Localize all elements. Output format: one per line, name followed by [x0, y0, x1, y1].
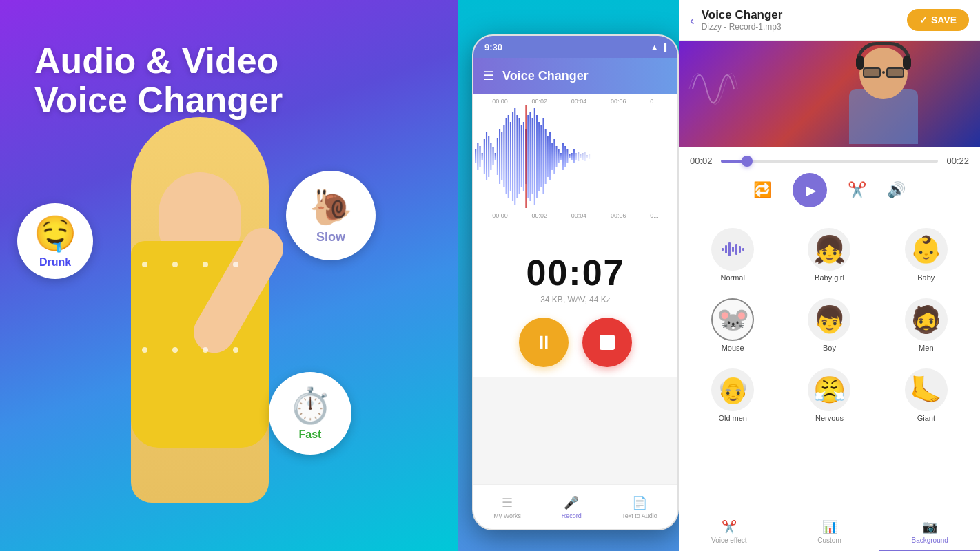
stop-button[interactable]	[582, 318, 632, 367]
progress-bar[interactable]	[721, 160, 938, 163]
svg-rect-50	[584, 152, 586, 161]
custom-tab-label: Custom	[817, 537, 841, 544]
middle-panel: 9:30 ▲ ▐ ☰ Voice Changer 00:00 00:02 00:…	[458, 0, 679, 551]
progress-thumb	[742, 156, 753, 167]
nervous-label: Nervous	[815, 414, 844, 422]
svg-rect-12	[501, 132, 502, 180]
woman-illustration	[69, 103, 331, 551]
svg-rect-26	[532, 118, 533, 194]
title-line1: Audio & Video	[34, 41, 283, 81]
svg-rect-48	[580, 154, 581, 158]
time-current: 00:02	[690, 156, 714, 166]
cut-button[interactable]: ✂️	[848, 181, 866, 199]
svg-rect-25	[529, 112, 531, 201]
phone-app-title: Voice Changer	[502, 69, 589, 83]
svg-rect-17	[512, 112, 513, 201]
svg-rect-43	[569, 154, 570, 158]
svg-rect-5	[486, 132, 487, 180]
svg-rect-2	[479, 146, 480, 167]
nav-text-to-audio[interactable]: 📄 Text to Audio	[622, 495, 657, 519]
tab-background[interactable]: 📷 Background	[879, 512, 980, 551]
waveform-top-labels: 00:00 00:02 00:04 00:06 0...	[473, 94, 677, 105]
svg-rect-45	[573, 149, 575, 163]
normal-icon-circle	[711, 228, 754, 271]
effect-boy[interactable]: 👦 Boy	[784, 293, 875, 357]
nav-my-works[interactable]: ☰ My Works	[493, 495, 521, 519]
svg-rect-44	[571, 153, 573, 160]
svg-rect-16	[510, 122, 511, 191]
text-audio-icon: 📄	[632, 495, 647, 510]
back-button[interactable]: ‹	[690, 12, 695, 28]
men-label: Men	[919, 344, 933, 352]
svg-rect-59	[739, 246, 741, 253]
waveform-svg	[473, 105, 677, 208]
phone-status-bar: 9:30 ▲ ▐	[473, 36, 677, 58]
pause-button[interactable]: ⏸	[519, 318, 569, 367]
slow-badge[interactable]: 🐌 Slow	[286, 171, 376, 260]
svg-rect-58	[735, 244, 737, 255]
svg-rect-37	[555, 146, 557, 167]
svg-rect-35	[551, 143, 553, 170]
fast-label: Fast	[299, 428, 322, 441]
nav-record[interactable]: 🎤 Record	[562, 495, 582, 519]
effect-nervous[interactable]: 😤 Nervous	[784, 363, 875, 428]
slow-icon: 🐌	[309, 187, 352, 227]
svg-rect-7	[490, 143, 491, 170]
menu-icon[interactable]: ☰	[483, 68, 494, 83]
svg-rect-22	[523, 122, 524, 191]
svg-rect-14	[506, 118, 507, 194]
svg-rect-51	[586, 155, 588, 158]
save-button[interactable]: ✓ SAVE	[907, 9, 969, 31]
title-group: Voice Changer Dizzy - Record-1.mp3	[702, 8, 783, 32]
normal-label: Normal	[720, 273, 744, 282]
svg-rect-47	[578, 152, 579, 161]
svg-rect-27	[534, 108, 535, 205]
svg-rect-18	[514, 108, 515, 205]
effect-mouse[interactable]: 🐭 Mouse	[687, 293, 778, 357]
effect-baby[interactable]: 👶 Baby	[881, 222, 972, 287]
svg-rect-11	[499, 129, 500, 184]
svg-rect-10	[497, 138, 498, 175]
svg-rect-39	[560, 153, 562, 160]
fast-badge[interactable]: ⏱️ Fast	[269, 372, 351, 455]
svg-rect-34	[549, 132, 551, 180]
svg-rect-56	[728, 242, 731, 256]
record-icon: 🎤	[564, 495, 579, 510]
play-button[interactable]: ▶	[793, 173, 827, 207]
volume-icon: 🔊	[887, 181, 906, 199]
svg-rect-0	[475, 149, 476, 163]
wifi-icon: ▲	[651, 43, 658, 51]
custom-tab-icon: 📊	[822, 519, 837, 534]
svg-rect-33	[547, 136, 549, 177]
effect-men[interactable]: 🧔 Men	[881, 293, 972, 357]
pause-icon: ⏸	[534, 331, 553, 354]
svg-rect-41	[564, 146, 566, 167]
effect-normal[interactable]: Normal	[687, 222, 778, 287]
effect-baby-girl[interactable]: 👧 Baby girl	[784, 222, 875, 287]
phone-timer-section: 00:07 34 KB, WAV, 44 Kz	[473, 245, 677, 308]
phone-timer: 00:07	[473, 252, 677, 293]
volume-button[interactable]: 🔊	[887, 181, 906, 199]
svg-rect-38	[558, 149, 560, 163]
drunk-badge[interactable]: 🤤 Drunk	[17, 203, 93, 279]
mouse-label: Mouse	[722, 344, 744, 352]
svg-rect-28	[536, 115, 538, 198]
time-total: 00:22	[945, 156, 969, 166]
right-panel: ‹ Voice Changer Dizzy - Record-1.mp3 ✓ S…	[679, 0, 980, 551]
svg-rect-40	[562, 143, 564, 170]
progress-bar-row: 00:02 00:22	[690, 156, 969, 166]
svg-rect-29	[538, 122, 540, 191]
svg-rect-52	[589, 154, 590, 159]
stop-icon	[600, 335, 615, 350]
tab-voice-effect[interactable]: ✂️ Voice effect	[679, 512, 779, 551]
effect-old-men[interactable]: 👴 Old men	[687, 363, 778, 428]
svg-rect-8	[492, 147, 493, 165]
svg-rect-6	[488, 136, 489, 177]
baby-icon-circle: 👶	[905, 228, 948, 271]
phone-status-icons: ▲ ▐	[651, 43, 666, 51]
effect-giant[interactable]: 🦶 Giant	[881, 363, 972, 428]
repeat-button[interactable]: 🔁	[753, 181, 772, 199]
tab-custom[interactable]: 📊 Custom	[779, 512, 880, 551]
voice-effect-tab-icon: ✂️	[722, 519, 737, 534]
giant-icon-circle: 🦶	[905, 368, 948, 411]
